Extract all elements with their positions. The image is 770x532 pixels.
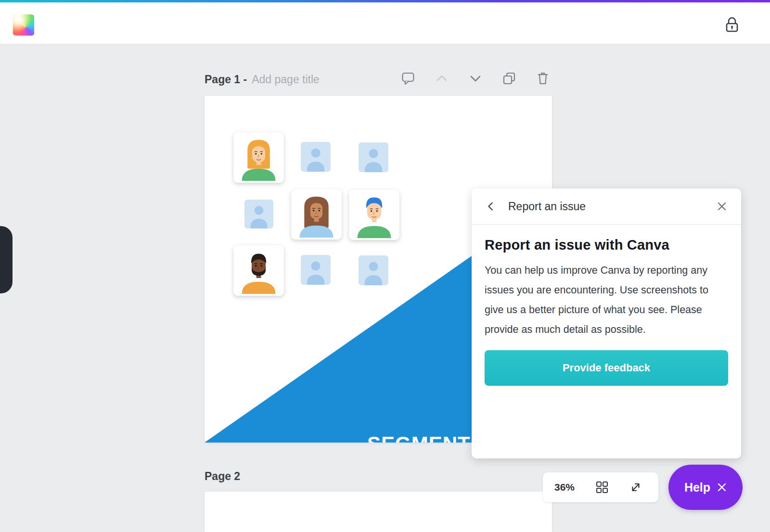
chevron-down-icon[interactable] <box>468 71 483 86</box>
report-issue-panel: Report an issue Report an issue with Can… <box>472 189 741 458</box>
trash-icon[interactable] <box>536 71 550 86</box>
report-panel-heading: Report an issue with Canva <box>485 237 728 253</box>
fullscreen-icon[interactable] <box>629 480 643 494</box>
collapsed-sidebar-handle[interactable] <box>0 226 13 293</box>
provide-feedback-button[interactable]: Provide feedback <box>485 350 728 386</box>
close-icon[interactable] <box>715 200 729 213</box>
avatar-woman-blonde[interactable] <box>233 132 284 183</box>
avatar-man-beard[interactable] <box>233 245 284 296</box>
close-icon <box>717 482 727 492</box>
color-wheel-logo[interactable] <box>13 14 34 36</box>
avatar-placeholder[interactable] <box>301 142 331 172</box>
back-chevron-icon[interactable] <box>484 200 498 213</box>
zoom-level[interactable]: 36% <box>554 481 575 493</box>
report-panel-header: Report an issue <box>472 189 741 225</box>
page1-header: Page 1 - Add page title <box>205 71 320 88</box>
lock-icon[interactable] <box>723 15 741 34</box>
page1-label: Page 1 - <box>205 73 247 86</box>
top-toolbar <box>0 2 770 44</box>
avatar-placeholder[interactable] <box>359 142 388 172</box>
chevron-up-icon[interactable] <box>435 71 449 86</box>
avatar-placeholder[interactable] <box>244 200 273 228</box>
avatar-placeholder[interactable] <box>359 255 388 285</box>
avatar-placeholder[interactable] <box>301 255 331 285</box>
report-panel-description: You can help us improve Canva by reporti… <box>485 261 728 340</box>
avatar-woman-brown-hair[interactable] <box>291 189 342 240</box>
page1-actions <box>401 71 550 86</box>
help-button[interactable]: Help <box>668 465 743 510</box>
grid-view-icon[interactable] <box>595 480 609 494</box>
duplicate-icon[interactable] <box>502 71 516 86</box>
help-label: Help <box>684 481 710 494</box>
slide-title-line1[interactable]: SEGMENT <box>367 432 471 443</box>
comment-icon[interactable] <box>401 71 415 86</box>
zoom-controls: 36% <box>543 472 658 502</box>
page2-canvas[interactable] <box>205 492 552 532</box>
page2-label: Page 2 <box>205 470 240 482</box>
avatar-man-blue-hair[interactable] <box>349 190 399 240</box>
report-panel-body: Report an issue with Canva You can help … <box>472 225 741 386</box>
page1-title-input[interactable]: Add page title <box>252 73 320 86</box>
report-panel-title: Report an issue <box>508 200 715 213</box>
page2-header: Page 2 <box>205 470 240 483</box>
